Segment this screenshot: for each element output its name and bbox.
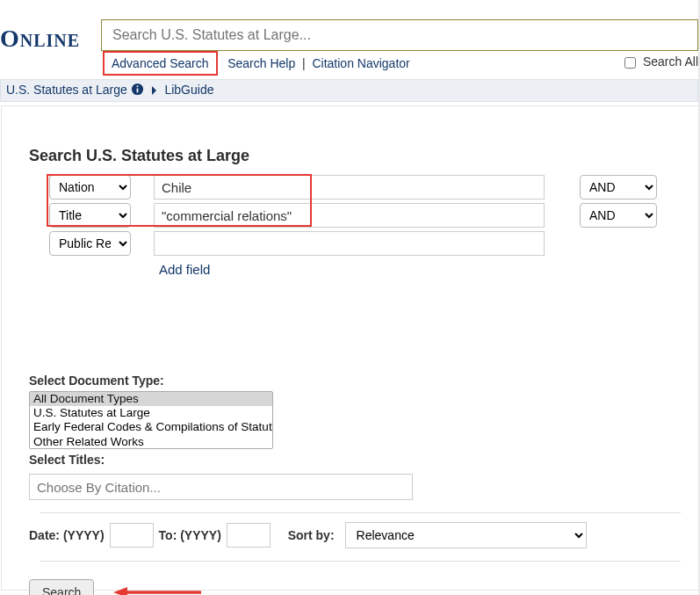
titles-label: Select Titles: <box>29 453 698 467</box>
op-select-0[interactable]: AND <box>580 175 657 200</box>
date-from-label: Date: (YYYY) <box>29 528 105 542</box>
search-row-0: Nation AND <box>26 174 698 200</box>
field-select-0[interactable]: Nation <box>49 175 131 200</box>
breadcrumb: U.S. Statutes at Large LibGuide <box>0 79 698 102</box>
divider-2 <box>40 561 681 562</box>
sort-by-select[interactable]: Relevance <box>345 522 587 548</box>
breadcrumb-libguide[interactable]: LibGuide <box>164 83 213 97</box>
breadcrumb-library[interactable]: U.S. Statutes at Large <box>6 83 127 97</box>
citation-navigator-link[interactable]: Citation Navigator <box>312 56 409 70</box>
info-icon[interactable] <box>131 83 144 96</box>
field-select-2[interactable]: Public Re <box>49 231 131 256</box>
field-input-1[interactable] <box>154 203 545 228</box>
date-from-input[interactable] <box>110 523 154 548</box>
date-to-label: To: (YYYY) <box>159 528 221 542</box>
op-select-1[interactable]: AND <box>580 203 657 228</box>
svg-rect-1 <box>136 89 138 93</box>
citation-input[interactable] <box>29 474 413 500</box>
add-field-link[interactable]: Add field <box>159 262 210 277</box>
svg-marker-4 <box>113 587 127 595</box>
search-all-label: Search All <box>643 54 698 69</box>
sort-by-label: Sort by: <box>288 528 335 542</box>
search-row-1: Title AND <box>26 202 698 229</box>
search-row-2: Public Re <box>26 230 698 257</box>
field-select-1[interactable]: Title <box>49 203 131 228</box>
divider <box>40 512 681 513</box>
doc-type-select[interactable]: All Document Types U.S. Statutes at Larg… <box>29 391 273 449</box>
search-heading: Search U.S. Statutes at Large <box>29 147 698 165</box>
search-button[interactable]: Search <box>29 579 94 595</box>
advanced-search-link[interactable]: Advanced Search <box>112 56 209 70</box>
site-logo: Online <box>0 25 80 53</box>
date-to-input[interactable] <box>227 523 271 548</box>
global-search-input[interactable] <box>101 19 698 51</box>
field-input-2[interactable] <box>154 231 545 256</box>
arrow-left-icon <box>113 585 201 595</box>
svg-point-2 <box>136 85 138 87</box>
chevron-right-icon <box>151 85 158 96</box>
search-all-checkbox[interactable] <box>624 57 636 69</box>
search-help-link[interactable]: Search Help <box>227 56 295 70</box>
field-input-0[interactable] <box>154 175 545 200</box>
doc-type-label: Select Document Type: <box>29 374 698 388</box>
